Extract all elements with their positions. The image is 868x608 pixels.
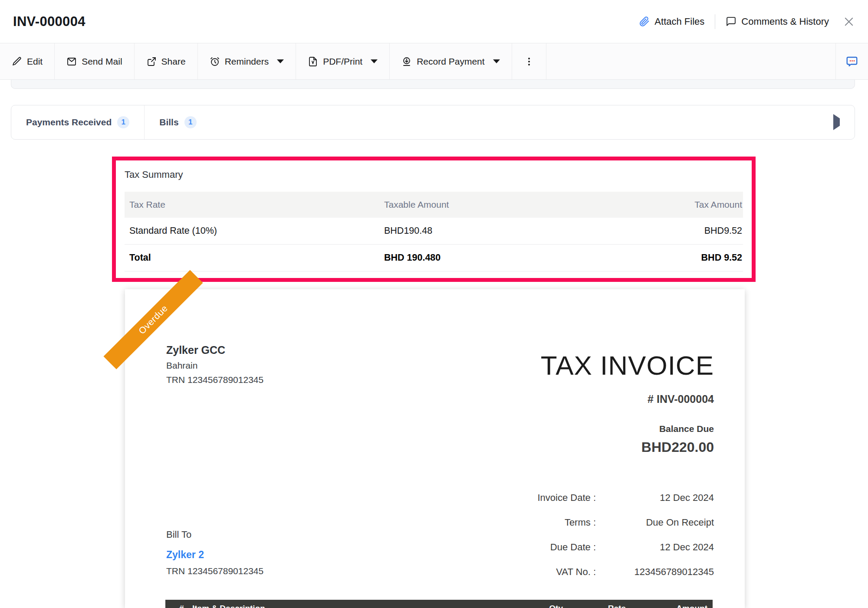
- tab-bills[interactable]: Bills 1: [145, 105, 211, 139]
- due-date-value: 12 Dec 2024: [596, 542, 714, 553]
- document-heading: TAX INVOICE # INV-000004: [541, 350, 714, 405]
- paperclip-icon: [639, 16, 650, 27]
- kebab-menu-icon: [524, 56, 534, 67]
- terms-value: Due On Receipt: [596, 517, 714, 528]
- invoice-date-label: Invoice Date :: [462, 492, 596, 503]
- envelope-icon: [66, 56, 77, 67]
- share-label: Share: [161, 56, 186, 67]
- payments-received-label: Payments Received: [26, 117, 112, 127]
- tax-amount-column-header: Tax Amount: [587, 199, 743, 210]
- caret-down-icon: [493, 59, 500, 63]
- items-col-rate: Rate: [563, 604, 626, 608]
- related-lists-card: Payments Received 1 Bills 1: [11, 105, 855, 140]
- balance-due-block: Balance Due BHD220.00: [641, 424, 714, 455]
- toolbar-spacer: [546, 43, 835, 79]
- items-col-number: #: [165, 604, 192, 608]
- more-options-button[interactable]: [512, 43, 546, 79]
- pdf-file-icon: [308, 56, 318, 67]
- bills-count-badge: 1: [184, 116, 197, 128]
- invoice-detail-rows: Invoice Date : 12 Dec 2024 Terms : Due O…: [462, 485, 714, 584]
- due-date-label: Due Date :: [462, 542, 596, 553]
- items-col-description: Item & Description: [192, 604, 511, 608]
- share-button[interactable]: Share: [135, 43, 198, 79]
- bill-to-block: Bill To Zylker 2 TRN 123456789012345: [166, 529, 263, 576]
- reminders-button[interactable]: Reminders: [198, 43, 296, 79]
- caret-down-icon: [371, 59, 378, 63]
- tax-rate-cell: Standard Rate (10%): [125, 226, 384, 236]
- record-payment-label: Record Payment: [417, 56, 484, 67]
- taxable-amount-cell: BHD190.48: [384, 226, 587, 236]
- terms-row: Terms : Due On Receipt: [462, 510, 714, 535]
- bills-label: Bills: [159, 117, 178, 127]
- tax-total-row: Total BHD 190.480 BHD 9.52: [125, 245, 743, 271]
- tax-summary-title: Tax Summary: [125, 169, 743, 180]
- page-title: INV-000004: [13, 14, 85, 29]
- share-icon: [146, 56, 157, 67]
- document-title: TAX INVOICE: [541, 350, 714, 381]
- items-col-amount: Amount: [626, 604, 713, 608]
- action-toolbar: Edit Send Mail Share Remin: [0, 43, 868, 80]
- comments-history-button[interactable]: Comments & History: [726, 16, 829, 27]
- send-mail-button[interactable]: Send Mail: [55, 43, 134, 79]
- invoice-header: INV-000004 Attach Files Comments & Histo…: [0, 0, 868, 43]
- tab-payments-received[interactable]: Payments Received 1: [11, 105, 145, 139]
- tax-rate-column-header: Tax Rate: [125, 199, 384, 210]
- tax-table-header-row: Tax Rate Taxable Amount Tax Amount: [125, 192, 743, 218]
- comment-bubble-icon: [726, 16, 736, 27]
- edit-label: Edit: [27, 56, 43, 67]
- record-payment-button[interactable]: Record Payment: [390, 43, 512, 79]
- caret-down-icon: [277, 59, 284, 63]
- vat-no-value: 123456789012345: [596, 566, 714, 578]
- items-table-header: # Item & Description Qty Rate Amount: [165, 600, 713, 608]
- header-actions: Attach Files Comments & History: [639, 14, 855, 29]
- vat-no-row: VAT No. : 123456789012345: [462, 559, 714, 584]
- bill-to-label: Bill To: [166, 529, 263, 540]
- close-icon[interactable]: [843, 16, 855, 28]
- reminders-label: Reminders: [225, 56, 269, 67]
- contextual-chat-button[interactable]: [835, 43, 868, 79]
- expand-arrow-icon[interactable]: [833, 118, 840, 126]
- invoice-date-row: Invoice Date : 12 Dec 2024: [462, 485, 714, 510]
- customer-trn: TRN 123456789012345: [166, 566, 263, 576]
- scrolled-card-remnant: [11, 80, 855, 89]
- tax-summary-table: Tax Rate Taxable Amount Tax Amount Stand…: [125, 192, 743, 271]
- header-divider: [715, 14, 715, 29]
- document-number: # INV-000004: [541, 393, 714, 405]
- table-row: Standard Rate (10%) BHD190.48 BHD9.52: [125, 218, 743, 245]
- vat-no-label: VAT No. :: [462, 566, 596, 578]
- record-payment-icon: [401, 56, 412, 67]
- alarm-icon: [210, 56, 220, 67]
- comments-history-label: Comments & History: [741, 16, 829, 27]
- edit-button[interactable]: Edit: [0, 43, 55, 79]
- attach-files-label: Attach Files: [654, 16, 704, 27]
- tax-amount-cell: BHD9.52: [587, 226, 743, 236]
- seller-info: Zylker GCC Bahrain TRN 123456789012345: [166, 344, 263, 385]
- balance-due-amount: BHD220.00: [641, 439, 714, 455]
- payments-received-count-badge: 1: [117, 116, 129, 128]
- total-taxable-amount: BHD 190.480: [384, 252, 587, 263]
- due-date-row: Due Date : 12 Dec 2024: [462, 535, 714, 559]
- tax-summary-highlight-box: Tax Summary Tax Rate Taxable Amount Tax …: [112, 157, 756, 282]
- attach-files-button[interactable]: Attach Files: [639, 16, 704, 27]
- invoice-paper: Overdue Zylker GCC Bahrain TRN 123456789…: [125, 289, 745, 608]
- seller-name: Zylker GCC: [166, 344, 263, 356]
- taxable-amount-column-header: Taxable Amount: [384, 199, 587, 210]
- seller-trn: TRN 123456789012345: [166, 375, 263, 385]
- pencil-icon: [12, 56, 22, 67]
- pdf-print-label: PDF/Print: [323, 56, 362, 67]
- invoice-date-value: 12 Dec 2024: [596, 492, 714, 503]
- seller-country: Bahrain: [166, 360, 263, 371]
- pdf-print-button[interactable]: PDF/Print: [296, 43, 390, 79]
- terms-label: Terms :: [462, 517, 596, 528]
- items-col-qty: Qty: [511, 604, 563, 608]
- customer-link[interactable]: Zylker 2: [166, 549, 263, 561]
- total-label: Total: [125, 252, 384, 263]
- chat-dots-icon: [845, 55, 858, 68]
- tax-summary-panel: Tax Summary Tax Rate Taxable Amount Tax …: [116, 160, 752, 271]
- send-mail-label: Send Mail: [82, 56, 122, 67]
- balance-due-label: Balance Due: [641, 424, 714, 434]
- total-tax-amount: BHD 9.52: [587, 252, 743, 263]
